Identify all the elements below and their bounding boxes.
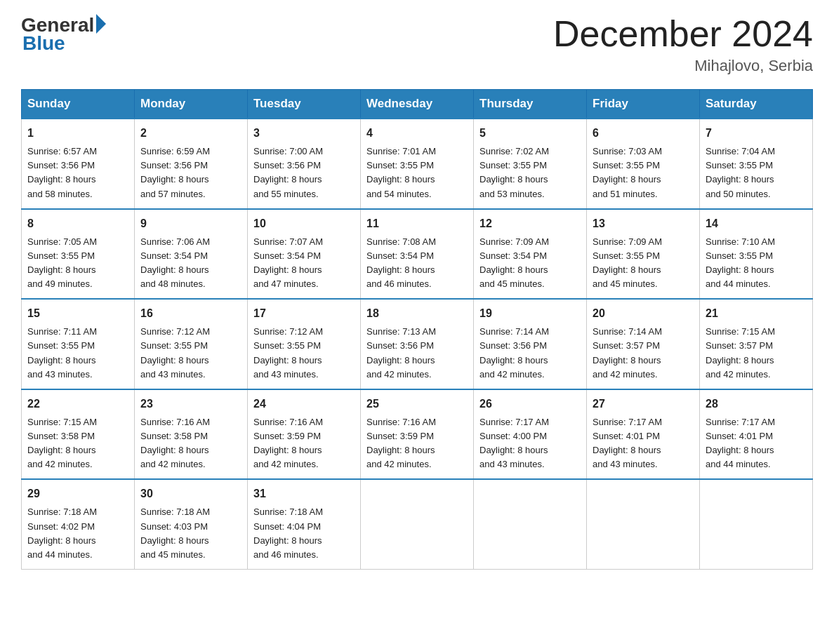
day-number: 11 (366, 215, 468, 232)
day-info: Sunrise: 7:16 AM Sunset: 3:59 PM Dayligh… (253, 415, 355, 472)
day-number: 6 (593, 125, 694, 142)
day-number: 13 (593, 215, 694, 232)
table-row: 29 Sunrise: 7:18 AM Sunset: 4:02 PM Dayl… (22, 479, 135, 569)
day-number: 8 (27, 215, 128, 232)
table-row: 16 Sunrise: 7:12 AM Sunset: 3:55 PM Dayl… (135, 299, 248, 389)
day-info: Sunrise: 7:14 AM Sunset: 3:56 PM Dayligh… (479, 325, 581, 382)
day-info: Sunrise: 7:00 AM Sunset: 3:56 PM Dayligh… (253, 145, 355, 201)
table-row: 13 Sunrise: 7:09 AM Sunset: 3:55 PM Dayl… (587, 209, 700, 300)
day-number: 5 (479, 125, 581, 142)
table-row: 31 Sunrise: 7:18 AM Sunset: 4:04 PM Dayl… (248, 479, 361, 569)
col-friday: Friday (587, 90, 700, 119)
logo: General Blue (21, 14, 106, 55)
day-number: 3 (253, 125, 355, 142)
table-row (361, 479, 474, 569)
day-info: Sunrise: 7:04 AM Sunset: 3:55 PM Dayligh… (706, 145, 807, 201)
day-info: Sunrise: 7:16 AM Sunset: 3:59 PM Dayligh… (366, 415, 468, 472)
day-info: Sunrise: 7:13 AM Sunset: 3:56 PM Dayligh… (366, 325, 468, 382)
day-number: 24 (253, 396, 355, 412)
calendar-table: Sunday Monday Tuesday Wednesday Thursday… (21, 89, 813, 570)
table-row (587, 479, 700, 569)
day-number: 20 (593, 305, 694, 322)
day-number: 27 (593, 396, 694, 412)
day-info: Sunrise: 7:07 AM Sunset: 3:54 PM Dayligh… (253, 235, 355, 292)
table-row (474, 479, 587, 569)
day-info: Sunrise: 7:15 AM Sunset: 3:58 PM Dayligh… (27, 415, 128, 472)
table-row: 2 Sunrise: 6:59 AM Sunset: 3:56 PM Dayli… (135, 119, 248, 209)
table-row: 24 Sunrise: 7:16 AM Sunset: 3:59 PM Dayl… (248, 389, 361, 480)
table-row: 28 Sunrise: 7:17 AM Sunset: 4:01 PM Dayl… (700, 389, 813, 480)
table-row: 7 Sunrise: 7:04 AM Sunset: 3:55 PM Dayli… (700, 119, 813, 209)
day-info: Sunrise: 7:09 AM Sunset: 3:54 PM Dayligh… (479, 235, 581, 292)
table-row: 11 Sunrise: 7:08 AM Sunset: 3:54 PM Dayl… (361, 209, 474, 300)
day-info: Sunrise: 7:02 AM Sunset: 3:55 PM Dayligh… (479, 145, 581, 201)
day-info: Sunrise: 7:18 AM Sunset: 4:02 PM Dayligh… (27, 505, 128, 562)
table-row: 1 Sunrise: 6:57 AM Sunset: 3:56 PM Dayli… (22, 119, 135, 209)
col-thursday: Thursday (474, 90, 587, 119)
table-row: 25 Sunrise: 7:16 AM Sunset: 3:59 PM Dayl… (361, 389, 474, 480)
table-row: 5 Sunrise: 7:02 AM Sunset: 3:55 PM Dayli… (474, 119, 587, 209)
day-info: Sunrise: 7:09 AM Sunset: 3:55 PM Dayligh… (593, 235, 694, 292)
table-row: 15 Sunrise: 7:11 AM Sunset: 3:55 PM Dayl… (22, 299, 135, 389)
day-info: Sunrise: 7:12 AM Sunset: 3:55 PM Dayligh… (253, 325, 355, 382)
day-number: 25 (366, 396, 468, 412)
table-row: 14 Sunrise: 7:10 AM Sunset: 3:55 PM Dayl… (700, 209, 813, 300)
calendar-week-row: 1 Sunrise: 6:57 AM Sunset: 3:56 PM Dayli… (22, 119, 813, 209)
day-info: Sunrise: 7:12 AM Sunset: 3:55 PM Dayligh… (140, 325, 241, 382)
day-number: 14 (706, 215, 807, 232)
logo-triangle-icon (96, 14, 106, 34)
calendar-week-row: 29 Sunrise: 7:18 AM Sunset: 4:02 PM Dayl… (22, 479, 813, 569)
day-number: 22 (27, 396, 128, 412)
day-number: 19 (479, 305, 581, 322)
day-number: 21 (706, 305, 807, 322)
day-number: 16 (140, 305, 241, 322)
table-row: 21 Sunrise: 7:15 AM Sunset: 3:57 PM Dayl… (700, 299, 813, 389)
day-info: Sunrise: 7:06 AM Sunset: 3:54 PM Dayligh… (140, 235, 241, 292)
col-sunday: Sunday (22, 90, 135, 119)
day-number: 15 (27, 305, 128, 322)
day-number: 10 (253, 215, 355, 232)
day-info: Sunrise: 7:16 AM Sunset: 3:58 PM Dayligh… (140, 415, 241, 472)
day-info: Sunrise: 7:10 AM Sunset: 3:55 PM Dayligh… (706, 235, 807, 292)
day-info: Sunrise: 7:17 AM Sunset: 4:00 PM Dayligh… (479, 415, 581, 472)
location-label: Mihajlovo, Serbia (553, 57, 813, 75)
table-row: 6 Sunrise: 7:03 AM Sunset: 3:55 PM Dayli… (587, 119, 700, 209)
day-info: Sunrise: 7:15 AM Sunset: 3:57 PM Dayligh… (706, 325, 807, 382)
table-row: 26 Sunrise: 7:17 AM Sunset: 4:00 PM Dayl… (474, 389, 587, 480)
table-row: 12 Sunrise: 7:09 AM Sunset: 3:54 PM Dayl… (474, 209, 587, 300)
col-wednesday: Wednesday (361, 90, 474, 119)
day-info: Sunrise: 7:18 AM Sunset: 4:04 PM Dayligh… (253, 505, 355, 562)
day-number: 17 (253, 305, 355, 322)
calendar-week-row: 8 Sunrise: 7:05 AM Sunset: 3:55 PM Dayli… (22, 209, 813, 300)
table-row: 30 Sunrise: 7:18 AM Sunset: 4:03 PM Dayl… (135, 479, 248, 569)
day-info: Sunrise: 7:01 AM Sunset: 3:55 PM Dayligh… (366, 145, 468, 201)
table-row: 3 Sunrise: 7:00 AM Sunset: 3:56 PM Dayli… (248, 119, 361, 209)
calendar-week-row: 15 Sunrise: 7:11 AM Sunset: 3:55 PM Dayl… (22, 299, 813, 389)
day-info: Sunrise: 7:03 AM Sunset: 3:55 PM Dayligh… (593, 145, 694, 201)
day-number: 26 (479, 396, 581, 412)
day-number: 9 (140, 215, 241, 232)
day-number: 4 (366, 125, 468, 142)
table-row: 20 Sunrise: 7:14 AM Sunset: 3:57 PM Dayl… (587, 299, 700, 389)
day-info: Sunrise: 6:59 AM Sunset: 3:56 PM Dayligh… (140, 145, 241, 201)
table-row: 17 Sunrise: 7:12 AM Sunset: 3:55 PM Dayl… (248, 299, 361, 389)
logo-blue-text: Blue (22, 32, 65, 55)
table-row: 27 Sunrise: 7:17 AM Sunset: 4:01 PM Dayl… (587, 389, 700, 480)
day-info: Sunrise: 7:17 AM Sunset: 4:01 PM Dayligh… (593, 415, 694, 472)
col-tuesday: Tuesday (248, 90, 361, 119)
table-row: 8 Sunrise: 7:05 AM Sunset: 3:55 PM Dayli… (22, 209, 135, 300)
day-number: 29 (27, 485, 128, 502)
month-title: December 2024 (553, 14, 813, 54)
day-info: Sunrise: 6:57 AM Sunset: 3:56 PM Dayligh… (27, 145, 128, 201)
table-row: 18 Sunrise: 7:13 AM Sunset: 3:56 PM Dayl… (361, 299, 474, 389)
table-row (700, 479, 813, 569)
table-row: 23 Sunrise: 7:16 AM Sunset: 3:58 PM Dayl… (135, 389, 248, 480)
day-number: 12 (479, 215, 581, 232)
calendar-header-row: Sunday Monday Tuesday Wednesday Thursday… (22, 90, 813, 119)
day-number: 28 (706, 396, 807, 412)
page-header: General Blue December 2024 Mihajlovo, Se… (21, 14, 813, 75)
table-row: 9 Sunrise: 7:06 AM Sunset: 3:54 PM Dayli… (135, 209, 248, 300)
table-row: 4 Sunrise: 7:01 AM Sunset: 3:55 PM Dayli… (361, 119, 474, 209)
day-info: Sunrise: 7:11 AM Sunset: 3:55 PM Dayligh… (27, 325, 128, 382)
day-info: Sunrise: 7:18 AM Sunset: 4:03 PM Dayligh… (140, 505, 241, 562)
